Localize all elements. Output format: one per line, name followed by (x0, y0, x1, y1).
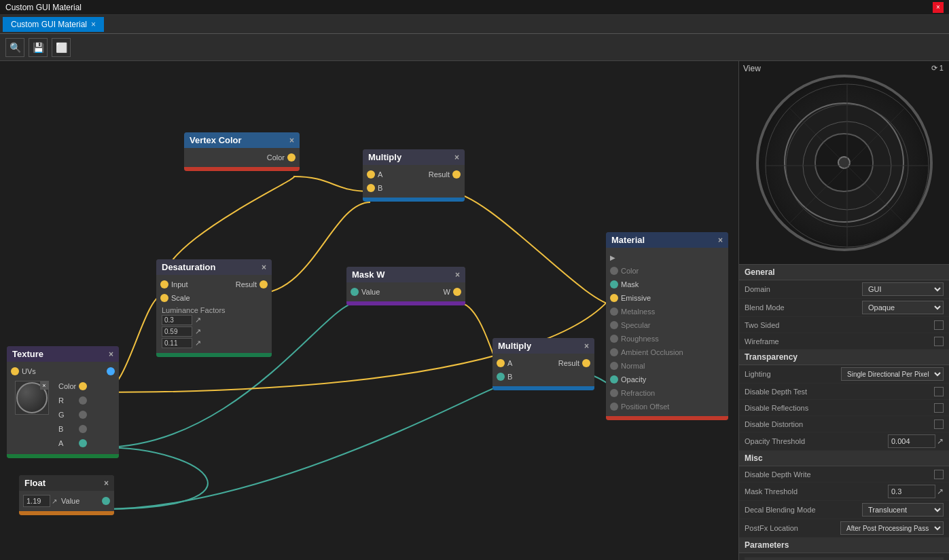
view-section: View ⟳ 1 (739, 61, 949, 265)
tex-g-row: G (56, 408, 87, 422)
wireframe-row: Wireframe (739, 333, 949, 350)
texture-close[interactable]: × (109, 350, 113, 359)
lum-expand-2[interactable]: ↗ (195, 327, 201, 336)
mask-threshold-input[interactable] (888, 485, 935, 498)
disable-distortion-checkbox[interactable] (934, 419, 944, 429)
desat-scale-pin[interactable] (160, 294, 168, 302)
texture-uv-pin[interactable] (11, 367, 19, 375)
mat-refraction-row: Refraction (606, 386, 728, 400)
multiply1-a-pin[interactable] (367, 170, 375, 179)
mask-w-node[interactable]: Mask W × Value W (346, 267, 465, 305)
properties-panel: General Domain GUI Surface Blend Mode Op… (739, 265, 949, 560)
desat-result-pin[interactable] (259, 280, 268, 288)
multiply1-b-pin[interactable] (367, 184, 375, 192)
disable-depth-test-checkbox[interactable] (934, 387, 944, 396)
float-close[interactable]: × (104, 479, 109, 488)
float-expand[interactable]: ↗ (52, 498, 57, 505)
tex-b-pin[interactable] (79, 425, 87, 433)
multiply2-node[interactable]: Multiply × A Result B (493, 338, 594, 390)
lum-input-2[interactable] (162, 326, 192, 337)
float-input[interactable] (23, 495, 50, 507)
tab-close-icon[interactable]: × (91, 20, 96, 29)
disable-reflections-checkbox[interactable] (934, 403, 944, 413)
mask-w-input-pin[interactable] (351, 288, 359, 296)
mat-mask-row: Mask (606, 278, 728, 291)
mat-metalness-pin[interactable] (610, 307, 618, 316)
float-body: ↗ Value (19, 491, 114, 511)
multiply1-b-label: B (375, 184, 461, 192)
lum-input-3[interactable] (162, 338, 192, 348)
desat-input-pin[interactable] (160, 280, 168, 288)
blend-mode-select[interactable]: Opaque Masked (862, 301, 944, 314)
mat-ao-label: Ambient Occlusion (618, 348, 724, 356)
multiply2-result-pin[interactable] (582, 359, 590, 367)
two-sided-row: Two Sided (739, 317, 949, 333)
multiply2-a-pin[interactable] (497, 359, 505, 367)
disable-depth-write-checkbox[interactable] (934, 470, 944, 479)
multiply1-b-row: B (363, 181, 465, 195)
mat-specular-pin[interactable] (610, 321, 618, 329)
mat-opacity-pin[interactable] (610, 375, 618, 384)
title-bar: Custom GUI Material × (0, 0, 949, 15)
lum-expand-1[interactable]: ↗ (195, 316, 201, 324)
tex-g-pin[interactable] (79, 411, 87, 419)
multiply2-close[interactable]: × (584, 341, 589, 351)
opacity-threshold-expand[interactable]: ↗ (937, 436, 944, 446)
lum-input-1[interactable] (162, 315, 192, 325)
mask-w-output-pin[interactable] (453, 288, 461, 296)
mask-threshold-expand[interactable]: ↗ (937, 487, 944, 496)
mask-w-close[interactable]: × (455, 270, 460, 280)
tex-r-pin[interactable] (79, 396, 87, 405)
tex-remove-icon[interactable]: × (40, 381, 48, 390)
color-output-pin[interactable] (287, 153, 296, 162)
mat-normal-pin[interactable] (610, 362, 618, 370)
lum-header: Luminance Factors (162, 306, 266, 314)
vertex-color-node[interactable]: Vertex Color × Color (184, 132, 300, 171)
vertex-color-close[interactable]: × (289, 136, 294, 145)
multiply1-node[interactable]: Multiply × A Result B (363, 149, 465, 202)
mat-mask-pin[interactable] (610, 280, 618, 288)
multiply2-b-row: B (493, 370, 594, 384)
mat-color-pin[interactable] (610, 267, 618, 275)
tab-custom-gui-material[interactable]: Custom GUI Material × (3, 17, 104, 32)
float-param-item[interactable]: Float (745, 557, 944, 560)
node-canvas[interactable]: Vertex Color × Color Multiply × A (0, 61, 738, 560)
vertex-color-output-row: Color (184, 151, 300, 164)
mat-refraction-pin[interactable] (610, 389, 618, 397)
domain-select[interactable]: GUI Surface (862, 282, 944, 296)
window-close-button[interactable]: × (933, 2, 944, 13)
tex-color-pin[interactable] (79, 382, 87, 390)
mask-w-header: Mask W × (346, 267, 465, 282)
desaturation-close[interactable]: × (262, 263, 266, 272)
float-output-pin[interactable] (102, 497, 110, 505)
wireframe-checkbox[interactable] (934, 337, 944, 346)
multiply2-footer (493, 386, 594, 390)
postfx-select[interactable]: After Post Processing Pass (840, 521, 944, 535)
texture-uv-right-pin[interactable] (107, 367, 115, 375)
multiply1-close[interactable]: × (454, 153, 459, 162)
float-node[interactable]: Float × ↗ Value (19, 475, 114, 515)
desaturation-node[interactable]: Desaturation × Input Result Scale Lumina… (156, 259, 272, 357)
opacity-threshold-input[interactable] (888, 434, 935, 448)
material-node[interactable]: Material × ▶ Color Mask Emissive (606, 232, 728, 420)
decal-blending-select[interactable]: Translucent (862, 503, 944, 517)
expand-button[interactable]: ⬜ (52, 38, 71, 57)
two-sided-checkbox[interactable] (934, 320, 944, 330)
multiply2-b-pin[interactable] (497, 373, 505, 381)
lum-expand-3[interactable]: ↗ (195, 339, 201, 348)
desaturation-title: Desaturation (162, 262, 215, 272)
mat-emissive-pin[interactable] (610, 294, 618, 302)
mat-roughness-pin[interactable] (610, 335, 618, 343)
tex-a-pin[interactable] (79, 439, 87, 447)
toolbar: 🔍 💾 ⬜ (0, 34, 949, 61)
search-button[interactable]: 🔍 (5, 38, 24, 57)
disable-distortion-label: Disable Distortion (745, 420, 934, 428)
mat-ao-pin[interactable] (610, 348, 618, 356)
mat-posoffset-pin[interactable] (610, 403, 618, 411)
lighting-select[interactable]: Single Directional Per Pixel (841, 367, 944, 381)
multiply1-result-pin[interactable] (452, 170, 461, 179)
texture-node[interactable]: Texture × UVs × Color (7, 346, 119, 458)
viewport[interactable] (739, 61, 949, 264)
save-button[interactable]: 💾 (29, 38, 48, 57)
material-close[interactable]: × (718, 236, 723, 245)
